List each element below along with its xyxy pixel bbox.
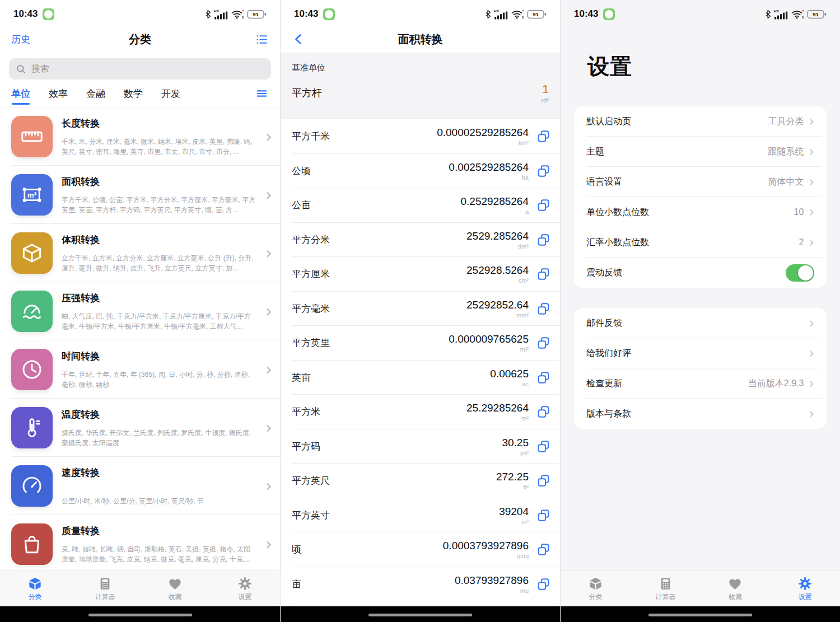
base-unit-value[interactable]: 1 <box>542 82 549 96</box>
copy-button[interactable] <box>533 436 553 456</box>
copy-button[interactable] <box>533 298 553 319</box>
settings-label: 检查更新 <box>586 378 622 390</box>
vibration-feedback-toggle[interactable] <box>786 264 814 282</box>
search-bar[interactable] <box>9 58 271 79</box>
tab-item[interactable]: 开发 <box>161 87 180 107</box>
category-list-item[interactable]: 温度转换 摄氏度, 华氏度, 开尔文, 兰氏度, 列氏度, 罗氏度, 牛顿度, … <box>0 399 280 457</box>
copy-button[interactable] <box>533 264 553 284</box>
heart-icon <box>727 576 743 591</box>
chevron-right-icon: › <box>809 407 814 420</box>
home-indicator[interactable] <box>648 614 752 616</box>
copy-button[interactable] <box>533 127 553 147</box>
category-list-item[interactable]: 压强转换 帕, 大气压, 巴, 托, 千克力/平方米, 千克力/平方厘米, 千克… <box>0 282 280 340</box>
conversion-row[interactable]: 公亩 0.2529285264 a <box>281 188 560 223</box>
status-bar: 10:43 HD +6 91 <box>561 0 840 26</box>
category-list-item[interactable]: 质量转换 克, 吨, 短吨, 长吨, 磅, 盎司, 斯勒格, 英石, 美担, 英… <box>0 515 280 573</box>
home-indicator[interactable] <box>368 614 472 616</box>
unit-name: 平方厘米 <box>292 268 330 280</box>
back-button[interactable] <box>292 32 305 46</box>
converted-value: 0.0003793927896 <box>443 540 529 552</box>
settings-row[interactable]: 汇率小数点位数 2 › <box>574 227 827 258</box>
bluetooth-icon <box>764 10 771 19</box>
history-button[interactable]: 历史 <box>11 33 30 46</box>
conversion-row[interactable]: 平方英里 0.000009765625 mi² <box>281 326 560 361</box>
unit-name: 平方英尺 <box>292 474 330 487</box>
tabbar-label: 收藏 <box>729 592 742 602</box>
tabbar-item-calculator[interactable]: 计算器 <box>70 576 140 602</box>
copy-button[interactable] <box>533 230 553 250</box>
copy-button[interactable] <box>533 402 553 422</box>
settings-row[interactable]: 给我们好评 › <box>574 338 827 368</box>
status-bar: 10:43 HD +6 91 <box>281 0 560 26</box>
category-list-item[interactable]: 速度转换 公里/小时, 米/秒, 公里/分, 英里/小时, 英尺/秒, 节 › <box>0 457 280 515</box>
category-list-item[interactable]: m² 面积转换 平方千米, 公顷, 公亩, 平方米, 平方分米, 平方厘米, 平… <box>0 166 280 224</box>
conversion-row[interactable]: 平方米 25.29285264 m² <box>281 395 560 429</box>
chevron-right-icon: › <box>265 245 272 261</box>
copy-button[interactable] <box>533 195 553 216</box>
cube3d-icon <box>27 576 43 591</box>
settings-row[interactable]: 震动反馈 <box>574 258 827 288</box>
category-list-item[interactable]: 时间转换 千年, 世纪, 十年, 五年, 年 (365), 周, 日, 小时, … <box>0 340 280 399</box>
tabs-menu-button[interactable] <box>255 87 269 107</box>
settings-row[interactable]: 默认启动页 工具分类 › <box>574 106 827 137</box>
tabbar-item-favorites[interactable]: 收藏 <box>701 576 771 602</box>
converted-value: 0.000009765625 <box>449 333 529 345</box>
tabbar-item-categories[interactable]: 分类 <box>561 576 631 602</box>
settings-row[interactable]: 主题 跟随系统 › <box>574 137 827 167</box>
home-indicator[interactable] <box>88 614 192 616</box>
conversion-row[interactable]: 平方码 30.25 yd² <box>281 429 560 464</box>
chevron-right-icon: › <box>265 478 272 494</box>
search-input[interactable] <box>30 63 264 74</box>
copy-button[interactable] <box>533 333 553 353</box>
category-subtitle: 千年, 世纪, 十年, 五年, 年 (365), 周, 日, 小时, 分, 秒,… <box>62 370 256 390</box>
conversion-row[interactable]: 公顷 0.002529285264 ha <box>281 154 560 189</box>
tabbar-item-calculator[interactable]: 计算器 <box>631 576 701 602</box>
conversion-row[interactable]: 亩 0.03793927896 mu <box>281 567 560 602</box>
area-icon: m² <box>11 174 53 216</box>
settings-row[interactable]: 单位小数点位数 10 › <box>574 197 827 227</box>
conversion-row[interactable]: 平方分米 2529.285264 dm² <box>281 223 560 258</box>
converted-value: 25292852.64 <box>466 299 529 311</box>
category-list-item[interactable]: 长度转换 千米, 米, 分米, 厘米, 毫米, 微米, 纳米, 埃米, 皮米, … <box>0 107 280 166</box>
settings-row[interactable]: 版本与条款 › <box>574 399 827 429</box>
base-unit-row[interactable]: 平方杆 1 rd² <box>292 82 549 119</box>
bullet-list-icon <box>255 32 269 46</box>
calculator-icon <box>97 576 113 591</box>
settings-row[interactable]: 检查更新 当前版本2.9.3 › <box>574 368 827 399</box>
conversion-row[interactable]: 顷 0.0003793927896 qing <box>281 532 560 567</box>
copy-button[interactable] <box>533 471 553 491</box>
settings-row[interactable]: 语言设置 简体中文 › <box>574 167 827 197</box>
conversion-row[interactable]: 英亩 0.00625 ac <box>281 361 560 395</box>
conversion-row[interactable]: 平方英尺 272.25 ft² <box>281 464 560 498</box>
conversion-row[interactable]: 平方厘米 252928.5264 cm² <box>281 257 560 292</box>
conversion-row[interactable]: 平方毫米 25292852.64 mm² <box>281 292 560 326</box>
tabbar-item-settings[interactable]: 设置 <box>770 576 840 602</box>
conversion-row[interactable]: 平方英寸 39204 in² <box>281 498 560 533</box>
copy-button[interactable] <box>533 367 553 387</box>
tabbar-item-favorites[interactable]: 收藏 <box>140 576 210 602</box>
conversion-row[interactable]: 平方千米 0.00002529285264 km² <box>281 119 560 154</box>
tab-item[interactable]: 数学 <box>124 87 143 107</box>
copy-button[interactable] <box>533 540 553 560</box>
copy-button[interactable] <box>533 161 553 181</box>
search-icon <box>16 64 26 74</box>
copy-button[interactable] <box>533 574 553 594</box>
tabbar-item-settings[interactable]: 设置 <box>210 576 280 602</box>
tabbar-item-categories[interactable]: 分类 <box>0 576 70 602</box>
settings-label: 震动反馈 <box>586 267 622 279</box>
svg-text:HD: HD <box>774 9 779 13</box>
tab-item[interactable]: 单位 <box>11 87 30 107</box>
gear-icon <box>237 576 253 591</box>
settings-row[interactable]: 邮件反馈 › <box>574 308 827 338</box>
copy-button[interactable] <box>533 505 553 525</box>
category-tabs-bar: 单位效率金融数学开发 <box>0 82 280 107</box>
category-list-item[interactable]: 体积转换 立方千米, 立方米, 立方分米, 立方厘米, 立方毫米, 公升 (升)… <box>0 224 280 282</box>
gear-icon <box>797 576 813 591</box>
category-title: 速度转换 <box>62 466 256 479</box>
tab-item[interactable]: 金融 <box>86 87 105 107</box>
conversion-list: 平方千米 0.00002529285264 km² 公顷 0.002529285… <box>281 119 560 622</box>
three-screen-composite: 10:43 HD +6 91 历史 分类 单位效率金融数学开发 <box>0 0 840 622</box>
tab-item[interactable]: 效率 <box>49 87 68 107</box>
home-bar <box>0 606 280 622</box>
list-view-button[interactable] <box>255 32 269 46</box>
